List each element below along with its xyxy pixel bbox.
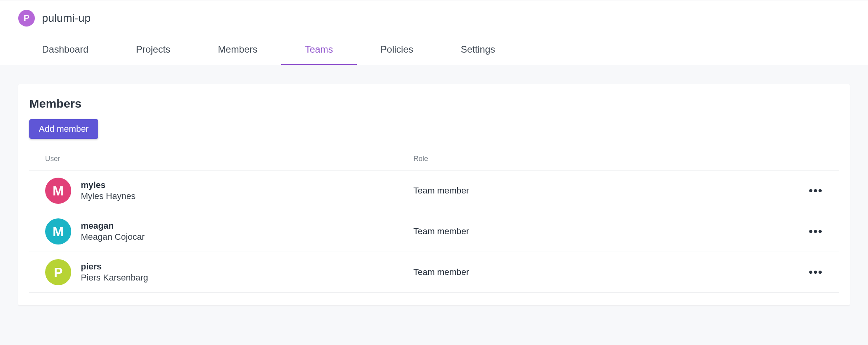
tab-projects[interactable]: Projects: [112, 36, 194, 65]
role: Team member: [413, 186, 791, 196]
nav-tabs: DashboardProjectsMembersTeamsPoliciesSet…: [0, 36, 868, 65]
add-member-button[interactable]: Add member: [29, 119, 98, 139]
user-cell[interactable]: MmeaganMeagan Cojocar: [45, 218, 413, 245]
tab-members[interactable]: Members: [194, 36, 281, 65]
user-cell[interactable]: MmylesMyles Haynes: [45, 178, 413, 204]
fullname: Meagan Cojocar: [81, 232, 145, 242]
role: Team member: [413, 267, 791, 277]
tab-settings[interactable]: Settings: [437, 36, 519, 65]
table-row: MmeaganMeagan CojocarTeam member•••: [29, 211, 839, 252]
username: myles: [81, 180, 135, 190]
tab-policies[interactable]: Policies: [357, 36, 437, 65]
row-actions-icon[interactable]: •••: [791, 225, 823, 238]
fullname: Piers Karsenbarg: [81, 273, 148, 283]
user-avatar: P: [45, 259, 71, 285]
username: meagan: [81, 221, 145, 231]
members-card: Members Add member User Role MmylesMyles…: [18, 84, 850, 305]
tab-dashboard[interactable]: Dashboard: [18, 36, 112, 65]
table-header: User Role: [29, 148, 839, 170]
col-role: Role: [413, 155, 791, 163]
role: Team member: [413, 226, 791, 237]
username: piers: [81, 262, 148, 272]
col-user: User: [45, 155, 413, 163]
row-actions-icon[interactable]: •••: [791, 266, 823, 279]
user-avatar: M: [45, 218, 71, 245]
tab-teams[interactable]: Teams: [281, 36, 357, 65]
org-avatar: P: [18, 10, 35, 27]
org-header: P pulumi-up: [0, 0, 868, 36]
row-actions-icon[interactable]: •••: [791, 184, 823, 197]
table-row: MmylesMyles HaynesTeam member•••: [29, 170, 839, 211]
user-avatar: M: [45, 178, 71, 204]
org-name: pulumi-up: [42, 12, 91, 25]
fullname: Myles Haynes: [81, 191, 135, 201]
user-cell[interactable]: PpiersPiers Karsenbarg: [45, 259, 413, 285]
section-title: Members: [29, 97, 839, 110]
table-row: PpiersPiers KarsenbargTeam member•••: [29, 252, 839, 293]
